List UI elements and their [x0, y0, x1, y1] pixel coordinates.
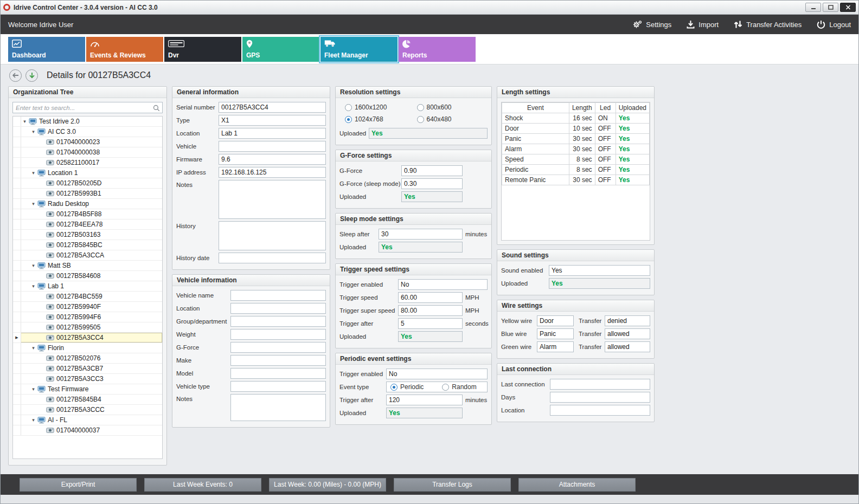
maximize-button[interactable] [823, 3, 838, 12]
expander-icon[interactable]: ▾ [30, 386, 37, 392]
wire-transfer-input-blue-wire[interactable] [605, 328, 650, 339]
tree-node-00127b5a3cb7[interactable]: 00127B5A3CB7 [13, 364, 162, 374]
length-column-header-length[interactable]: Length [569, 103, 595, 113]
field-history-textarea[interactable] [219, 221, 326, 250]
close-button[interactable] [840, 3, 856, 12]
tree-node-00127b4b5f88[interactable]: 00127B4B5F88 [13, 209, 162, 219]
resolution-option-1600x1200[interactable]: 1600x1200 [345, 104, 415, 111]
field-weight-input[interactable] [230, 329, 326, 340]
field-notes-textarea[interactable] [230, 394, 326, 421]
tree-node-test-idrive-2-0[interactable]: ▾Test Idrive 2.0 [13, 117, 162, 127]
tree-node-00127b50205d[interactable]: 00127B50205D [13, 178, 162, 189]
tree-node-ai-cc-3-0[interactable]: ▾AI CC 3.0 [13, 127, 162, 137]
minimize-button[interactable] [805, 3, 821, 12]
tab-gps[interactable]: GPS [242, 37, 319, 62]
radio-periodic[interactable] [390, 384, 398, 391]
tree-node-00127b5993b1[interactable]: 00127B5993B1 [13, 189, 162, 199]
tab-fleet-manager[interactable]: Fleet Manager [320, 37, 398, 62]
length-table-row-panic[interactable]: Panic30 secOFFYes [502, 134, 650, 144]
toolbar-action-import[interactable]: Import [687, 20, 719, 29]
field-sleep-after-input[interactable] [379, 229, 463, 240]
field-days-input[interactable] [550, 392, 650, 403]
field-vehicle-name-input[interactable] [230, 290, 326, 301]
bottom-button-last-week-0-00-miles-0-00-mph[interactable]: Last Week: 0.00 (Miles) - 0.00 (MPH) [269, 478, 386, 492]
field-history-date-input[interactable] [219, 253, 326, 263]
tree-node-00127b599505[interactable]: 00127B599505 [13, 322, 162, 333]
field-vehicle-input[interactable] [219, 141, 326, 152]
wire-event-input-blue-wire[interactable] [537, 328, 574, 339]
tree-node-radu-desktop[interactable]: ▾Radu Desktop [13, 199, 162, 209]
length-column-header-uploaded[interactable]: Uploaded [616, 103, 649, 113]
tab-reports[interactable]: Reports [399, 37, 476, 62]
field-group-department-input[interactable] [230, 316, 326, 327]
field-location-input[interactable] [219, 128, 326, 139]
expander-icon[interactable]: ▾ [30, 345, 37, 351]
tree-node-matt-sb[interactable]: ▾Matt SB [13, 261, 162, 271]
length-column-header-event[interactable]: Event [502, 103, 569, 113]
length-table-row-door[interactable]: Door10 secOFFYes [502, 124, 650, 134]
field-trigger-enabled-input[interactable] [386, 369, 488, 379]
resolution-option-640x480[interactable]: 640x480 [417, 115, 487, 123]
tree-node-00127b4eea78[interactable]: 00127B4EEA78 [13, 219, 162, 230]
radio-1024x768[interactable] [345, 116, 352, 123]
expander-icon[interactable]: ▾ [21, 119, 28, 124]
field-type-input[interactable] [219, 115, 326, 126]
field-serial-number-input[interactable] [219, 102, 326, 113]
expander-icon[interactable]: ▾ [30, 129, 37, 134]
tree-node-025821100017[interactable]: 025821100017 [13, 158, 162, 168]
field-trigger-speed-input[interactable] [398, 292, 463, 303]
radio-random[interactable] [442, 384, 449, 391]
field-g-force-sleep-mode-input[interactable] [401, 178, 463, 189]
tree-node-00127b4bc559[interactable]: 00127B4BC559 [13, 292, 162, 302]
radio-640x480[interactable] [417, 116, 424, 123]
tree-node-00127b5845b4[interactable]: 00127B5845B4 [13, 395, 162, 405]
wire-transfer-input-yellow-wire[interactable] [605, 315, 650, 326]
length-table-row-speed[interactable]: Speed8 secOFFYes [502, 154, 650, 165]
resolution-option-1024x768[interactable]: 1024x768 [345, 115, 415, 123]
length-column-header-led[interactable]: Led [595, 103, 616, 113]
tree-node-00127b502076[interactable]: 00127B502076 [13, 353, 162, 364]
field-vehicle-type-input[interactable] [230, 381, 326, 392]
toolbar-action-settings[interactable]: Settings [633, 20, 671, 29]
radio-1600x1200[interactable] [345, 104, 352, 111]
field-location-input[interactable] [230, 303, 326, 314]
tree-node-00127b503163[interactable]: 00127B503163 [13, 230, 162, 240]
tree-node-test-firmware[interactable]: ▾Test Firmware [13, 384, 162, 395]
expander-icon[interactable]: ▾ [30, 283, 37, 289]
tree-node-00127b5994f6[interactable]: 00127B5994F6 [13, 312, 162, 322]
tree-node-00127b584608[interactable]: 00127B584608 [13, 271, 162, 281]
toolbar-action-transfer-activities[interactable]: Transfer Activities [734, 20, 802, 29]
tab-dvr[interactable]: Dvr [164, 37, 241, 62]
bottom-button-transfer-logs[interactable]: Transfer Logs [394, 478, 511, 492]
radio-option-periodic[interactable]: Periodic [390, 383, 424, 391]
tree-node-00127b59940f[interactable]: 00127B59940F [13, 302, 162, 312]
back-button[interactable] [9, 69, 22, 82]
bottom-button-export-print[interactable]: Export/Print [20, 478, 137, 492]
length-table-row-shock[interactable]: Shock16 secONYes [502, 113, 650, 124]
field-trigger-after-input[interactable] [398, 318, 463, 329]
tree-node-017040000023[interactable]: 017040000023 [13, 137, 162, 147]
tree-node-017040000038[interactable]: 017040000038 [13, 147, 162, 158]
tab-events-reviews[interactable]: Events & Reviews [86, 37, 163, 62]
tree-node-00127b5845bc[interactable]: 00127B5845BC [13, 240, 162, 250]
length-table-row-alarm[interactable]: Alarm30 secOFFYes [502, 144, 650, 154]
field-trigger-enabled-input[interactable] [398, 279, 488, 290]
field-g-force-input[interactable] [230, 342, 326, 353]
field-firmware-input[interactable] [219, 154, 326, 165]
tree-node-017040000037[interactable]: 017040000037 [13, 425, 162, 436]
expander-icon[interactable]: ▾ [30, 263, 37, 268]
tree-search-input[interactable] [12, 102, 163, 113]
field-notes-textarea[interactable] [219, 180, 326, 219]
field-ip-address-input[interactable] [219, 167, 326, 178]
field-location-input[interactable] [550, 405, 650, 416]
radio-option-random[interactable]: Random [442, 383, 476, 391]
bottom-button-attachments[interactable]: Attachments [518, 478, 636, 492]
tree-node-ai-fl[interactable]: ▾AI - FL [13, 415, 162, 425]
expander-icon[interactable]: ▾ [30, 201, 37, 206]
scroll-down-button[interactable] [25, 69, 38, 82]
wire-event-input-yellow-wire[interactable] [537, 315, 574, 326]
tree-node-location-1[interactable]: ▾Location 1 [13, 168, 162, 178]
tab-dashboard[interactable]: Dashboard [8, 37, 85, 62]
field-model-input[interactable] [230, 368, 326, 379]
tree-node-florin[interactable]: ▾Florin [13, 343, 162, 353]
